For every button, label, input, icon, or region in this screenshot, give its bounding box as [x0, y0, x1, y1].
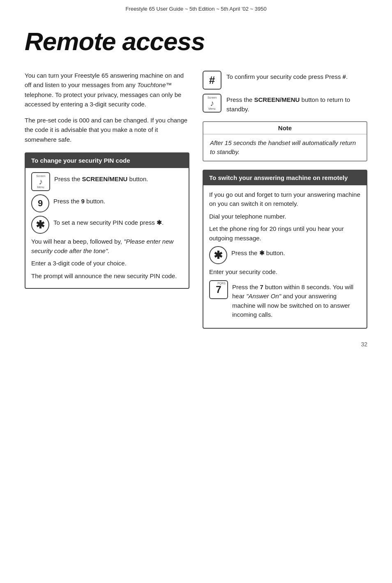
note-box-body: After 15 seconds the handset will automa…: [203, 134, 367, 161]
nine-bold: 9: [81, 198, 85, 205]
right-intro-icons: # To confirm your security code press Pr…: [203, 71, 367, 114]
pin-step2-row: 9 Press the 9 button.: [31, 194, 183, 212]
right-column: # To confirm your security code press Pr…: [203, 71, 367, 329]
remotely-intro1: If you go out and forget to turn your an…: [209, 190, 361, 209]
star-icon-1: ✱: [31, 216, 49, 234]
pin-step3-text: To set a new security PIN code press ✱.: [53, 216, 164, 228]
pin-code-box-header: To change your security PIN code: [25, 153, 189, 168]
right-standby-row: Screen ♪ Menu Press the SCREEN/MENU butt…: [203, 94, 367, 114]
answer-on-italic: "Answer On": [246, 293, 281, 300]
menu-label: Menu: [37, 186, 44, 189]
remotely-star-row: ✱ Press the ✱ button.: [209, 246, 361, 264]
pin-step3-row: ✱ To set a new security PIN code press ✱…: [31, 216, 183, 234]
standby-text: Press the SCREEN/MENU button to return t…: [226, 94, 367, 114]
remotely-box-content: If you go out and forget to turn your an…: [203, 185, 367, 328]
page-title: Remote access: [25, 27, 367, 56]
pin-step6-text: The prompt will announce the new securit…: [31, 272, 183, 281]
remotely-step4: Enter your security code.: [209, 267, 361, 277]
nine-icon: 9: [31, 194, 49, 212]
screen-menu-bold-1: SCREEN/MENU: [82, 175, 128, 182]
pin-step4-italic: "Please enter new security code after th…: [31, 238, 173, 254]
menu-label-2: Menu: [208, 107, 216, 110]
screen-glyph: ♪: [39, 177, 43, 186]
screen-menu-bold-2: SCREEN/MENU: [254, 96, 300, 103]
remotely-seven-row: PQRS 7 Press the 7 button within 8 secon…: [209, 280, 361, 320]
star-bold-2: ✱: [259, 249, 265, 256]
remotely-step1: Dial your telephone number.: [209, 212, 361, 221]
intro-para1: You can turn your Freestyle 65 answering…: [25, 71, 189, 109]
remotely-step5-text: Press the 7 button within 8 seconds. You…: [232, 280, 361, 320]
pin-code-box: To change your security PIN code Screen …: [25, 152, 189, 289]
screen-menu-icon-2: Screen ♪ Menu: [203, 94, 221, 113]
two-col-layout: You can turn your Freestyle 65 answering…: [25, 71, 367, 329]
seven-icon: PQRS 7: [209, 280, 228, 299]
seven-bold: 7: [260, 283, 263, 290]
pin-step1-text: Press the SCREEN/MENU button.: [54, 172, 148, 184]
intro-para2: The pre-set code is 000 and can be chang…: [25, 115, 189, 144]
star-bold-1: ✱: [157, 219, 162, 226]
confirm-text: To confirm your security code press Pres…: [226, 71, 348, 82]
left-column: You can turn your Freestyle 65 answering…: [25, 71, 189, 289]
screen-menu-icon-1: Screen ♪ Menu: [31, 172, 50, 191]
screen-glyph-2: ♪: [210, 99, 214, 107]
remotely-step3-text: Press the ✱ button.: [231, 246, 285, 258]
pin-step2-text: Press the 9 button.: [53, 194, 105, 206]
page-container: Remote access You can turn your Freestyl…: [0, 14, 392, 364]
hash-bold: #: [343, 73, 346, 80]
pqrs-label: PQRS: [217, 282, 226, 285]
remotely-box: To switch your answering machine on remo…: [203, 170, 367, 329]
note-box: Note After 15 seconds the handset will a…: [203, 121, 367, 161]
pin-step5-text: Enter a 3-digit code of your choice.: [31, 259, 183, 268]
note-box-header: Note: [203, 122, 367, 134]
pin-box-content: Screen ♪ Menu Press the SCREEN/MENU butt…: [25, 168, 189, 288]
remotely-box-header: To switch your answering machine on remo…: [203, 171, 367, 185]
remotely-step2: Let the phone ring for 20 rings until yo…: [209, 224, 361, 243]
intro-text: You can turn your Freestyle 65 answering…: [25, 71, 189, 144]
pin-step4-text: You will hear a beep, followed by, "Plea…: [31, 237, 183, 256]
header-text: Freestyle 65 User Guide ~ 5th Edition ~ …: [125, 6, 266, 12]
hash-icon: #: [203, 71, 221, 90]
right-confirm-row: # To confirm your security code press Pr…: [203, 71, 367, 90]
page-header: Freestyle 65 User Guide ~ 5th Edition ~ …: [0, 0, 392, 14]
star-icon-2: ✱: [209, 246, 227, 264]
pin-step1-row: Screen ♪ Menu Press the SCREEN/MENU butt…: [31, 172, 183, 191]
page-number: 32: [25, 341, 367, 348]
